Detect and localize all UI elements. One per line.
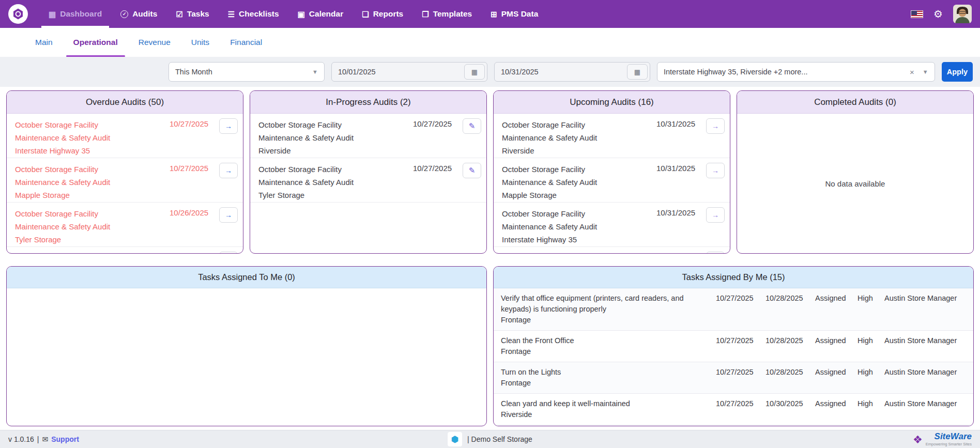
- audit-due-date: 10/31/2025: [656, 163, 703, 173]
- audit-name-line: October Storage Facility: [15, 163, 166, 176]
- card-overdue-audits-50: Overdue Audits (50)October Storage Facil…: [6, 90, 243, 254]
- apply-button[interactable]: Apply: [942, 62, 973, 82]
- pencil-icon: ✎: [469, 166, 476, 175]
- task-start-date: 10/27/2025: [716, 293, 758, 304]
- card-upcoming-audits-16: Upcoming Audits (16)October Storage Faci…: [493, 90, 730, 254]
- task-priority: High: [858, 293, 877, 304]
- start-date-calendar-button[interactable]: ▦: [464, 64, 485, 80]
- user-avatar[interactable]: [953, 5, 972, 23]
- task-title: Clean the Front Office: [501, 335, 709, 346]
- nav-item-reports[interactable]: ❏Reports: [353, 0, 412, 28]
- task-row: Clean the Front OfficeFrontage10/27/2025…: [494, 331, 973, 362]
- card-body: No data available: [737, 114, 973, 253]
- support-link[interactable]: Support: [51, 435, 79, 443]
- open-audit-button[interactable]: →: [219, 163, 238, 178]
- nav-item-checklists[interactable]: ☰Checklists: [219, 0, 288, 28]
- nav-item-label: Tasks: [187, 9, 209, 19]
- dashboard-icon: ▦: [49, 10, 56, 18]
- siteware-logo-icon: ❖: [913, 434, 923, 445]
- task-due-date: 10/28/2025: [765, 335, 808, 346]
- tasks-icon: ☑: [176, 10, 182, 18]
- nav-items: ▦Dashboard✓Audits☑Tasks☰Checklists▣Calen…: [39, 0, 547, 28]
- language-flag-icon[interactable]: [911, 10, 923, 18]
- tab-operational[interactable]: Operational: [63, 28, 128, 57]
- task-start-date: 10/27/2025: [716, 335, 758, 346]
- open-audit-button[interactable]: →: [219, 207, 238, 223]
- dashboard-tabs: MainOperationalRevenueUnitsFinancial: [0, 28, 980, 57]
- open-audit-button[interactable]: →: [219, 118, 238, 134]
- tab-revenue[interactable]: Revenue: [128, 28, 181, 57]
- nav-item-pms-data[interactable]: ⊞PMS Data: [481, 0, 547, 28]
- chevron-down-icon[interactable]: ▼: [923, 69, 928, 75]
- task-priority: High: [858, 335, 877, 346]
- tab-units[interactable]: Units: [181, 28, 220, 57]
- nav-item-calendar[interactable]: ▣Calendar: [288, 0, 353, 28]
- end-date-calendar-button[interactable]: ▦: [627, 64, 648, 80]
- end-date-field: ▦: [494, 62, 650, 82]
- sites-multiselect[interactable]: Interstate Highway 35, Riverside +2 more…: [657, 62, 935, 82]
- task-priority: High: [858, 398, 877, 409]
- card-completed-audits-0: Completed Audits (0)No data available: [737, 90, 974, 254]
- nav-item-tasks[interactable]: ☑Tasks: [166, 0, 218, 28]
- audit-name-line: Tyler Storage: [15, 233, 166, 246]
- task-status: Assigned: [815, 398, 850, 409]
- audit-name-line: October Storage Facility: [15, 252, 166, 253]
- nav-item-audits[interactable]: ✓Audits: [111, 0, 166, 28]
- open-audit-button[interactable]: →: [706, 207, 725, 223]
- open-audit-button[interactable]: →: [706, 252, 725, 253]
- arrow-right-icon: →: [712, 122, 719, 130]
- open-audit-button[interactable]: →: [219, 252, 238, 253]
- nav-item-templates[interactable]: ❐Templates: [412, 0, 481, 28]
- clear-selection-icon[interactable]: ×: [910, 68, 914, 76]
- audit-name: October Storage FacilityMaintenance & Sa…: [15, 252, 166, 253]
- audit-name-line: Maintenance & Safety Audit: [502, 131, 653, 144]
- mail-icon: ✉: [42, 435, 48, 443]
- top-nav: ▦Dashboard✓Audits☑Tasks☰Checklists▣Calen…: [0, 0, 980, 28]
- end-date-input[interactable]: [501, 68, 599, 76]
- audit-due-date: 10/27/2025: [170, 118, 216, 128]
- tab-main[interactable]: Main: [25, 28, 63, 57]
- audit-name-line: Maintenance & Safety Audit: [502, 176, 653, 189]
- period-select[interactable]: This Month ▼: [169, 62, 325, 82]
- panel-body: Verify that office equipment (printers, …: [494, 288, 973, 426]
- open-audit-button[interactable]: →: [706, 118, 725, 134]
- panel-title: Tasks Assigned To Me (0): [7, 267, 486, 288]
- tab-financial[interactable]: Financial: [220, 28, 272, 57]
- pms-data-icon: ⊞: [491, 10, 497, 18]
- panel-tasks-assigned-to-me-0: Tasks Assigned To Me (0): [6, 266, 487, 426]
- audit-name: October Storage FacilityMaintenance & Sa…: [502, 118, 653, 157]
- task-site: Frontage: [501, 378, 709, 389]
- task-name: Verify that office equipment (printers, …: [501, 293, 709, 326]
- card-title: Completed Audits (0): [737, 91, 973, 114]
- audit-row: October Storage FacilityMaintenance & Sa…: [494, 203, 730, 247]
- app-logo[interactable]: [8, 4, 28, 24]
- audit-name-line: Maintenance & Safety Audit: [258, 131, 410, 144]
- start-date-input[interactable]: [338, 68, 436, 76]
- task-site: Frontage: [501, 346, 709, 357]
- arrow-right-icon: →: [712, 211, 719, 219]
- task-due-date: 10/28/2025: [765, 367, 808, 378]
- settings-gear-icon[interactable]: ⚙: [933, 9, 943, 19]
- audit-name-line: Maintenance & Safety Audit: [15, 176, 166, 189]
- sites-multiselect-value: Interstate Highway 35, Riverside +2 more…: [664, 68, 807, 76]
- edit-audit-button[interactable]: ✎: [463, 118, 481, 134]
- edit-audit-button[interactable]: ✎: [463, 163, 481, 178]
- open-audit-button[interactable]: →: [706, 163, 725, 178]
- audit-name-line: Maintenance & Safety Audit: [258, 176, 410, 189]
- audit-due-date: 10/31/2025: [656, 118, 703, 128]
- audit-name-line: Riverside: [502, 144, 653, 157]
- empty-message: No data available: [737, 114, 973, 253]
- audit-name-line: Interstate Highway 35: [502, 233, 653, 246]
- task-name: Turn on the LightsFrontage: [501, 367, 709, 389]
- audit-name: October Storage FacilityMaintenance & Sa…: [502, 252, 653, 253]
- company-name: | Demo Self Storage: [467, 435, 532, 443]
- task-row: [494, 425, 973, 426]
- calendar-icon: ▦: [471, 68, 478, 76]
- audit-name: October Storage FacilityMaintenance & Sa…: [502, 207, 653, 246]
- task-start-date: 10/27/2025: [716, 398, 758, 409]
- audit-row: October Storage FacilityMaintenance & Sa…: [494, 158, 730, 203]
- nav-item-dashboard[interactable]: ▦Dashboard: [39, 0, 111, 28]
- task-title: Clean yard and keep it well-maintained: [501, 398, 709, 409]
- audit-row: October Storage FacilityMaintenance & Sa…: [250, 114, 486, 158]
- audit-name-line: October Storage Facility: [502, 207, 653, 220]
